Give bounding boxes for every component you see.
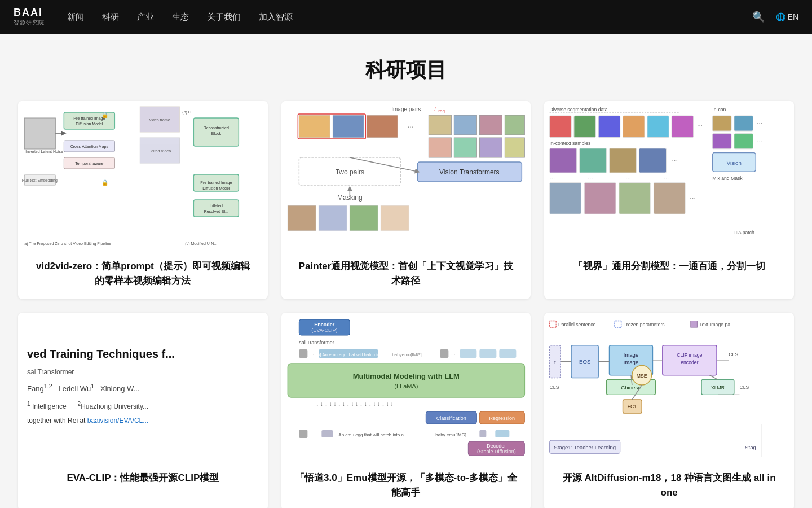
svg-rect-134 (691, 321, 698, 328)
card-image-emu: Encoder (EVA-CLIP) sal Transformer ··· [… (281, 313, 531, 459)
search-icon[interactable]: 🔍 (752, 11, 765, 23)
card-vision-seg[interactable]: Diverse segmentation data ··· In-con... … (544, 101, 794, 299)
svg-text:[IMG] An emu egg that will hat: [IMG] An emu egg that will hatch into a (310, 352, 388, 357)
evaclip-transformer: sal Transformer (27, 368, 259, 376)
svg-text:Reconstructed: Reconstructed (204, 126, 229, 130)
svg-text:CLS: CLS (729, 352, 739, 357)
svg-rect-43 (505, 138, 524, 157)
svg-text:Stag...: Stag... (745, 444, 761, 450)
svg-text:···: ··· (757, 120, 763, 126)
svg-text:···: ··· (310, 432, 314, 437)
svg-rect-62 (550, 116, 571, 137)
language-selector[interactable]: 🌐 EN (776, 12, 798, 21)
svg-text:Classification: Classification (436, 415, 466, 421)
svg-text:↓ ↓ ↓ ↓ ↓ ↓ ↓ ↓ ↓ ↓ ↓ ↓ ↓ ↓ ↓ : ↓ ↓ ↓ ↓ ↓ ↓ ↓ ↓ ↓ ↓ ↓ ↓ ↓ ↓ ↓ ↓ ↓ ↓ (316, 401, 393, 407)
svg-text:Regression: Regression (489, 415, 515, 421)
svg-rect-86 (585, 182, 616, 214)
card-evaclip[interactable]: ved Training Techniques f... sal Transfo… (18, 313, 268, 508)
svg-text:CLIP image: CLIP image (677, 352, 703, 358)
svg-text:Diffusion Model: Diffusion Model (76, 122, 103, 126)
logo-subtext: 智源研究院 (14, 19, 45, 27)
nav-industry[interactable]: 产业 (137, 12, 154, 23)
svg-rect-67 (672, 116, 693, 137)
card-image-altdiff: Parallel sentence Frozen parameters Text… (544, 313, 794, 459)
svg-text:Diverse segmentation data: Diverse segmentation data (550, 107, 608, 112)
svg-rect-74 (639, 148, 667, 173)
card-image-evaclip: ved Training Techniques f... sal Transfo… (18, 313, 268, 459)
svg-text:XLMR: XLMR (711, 385, 725, 391)
svg-rect-107 (460, 349, 476, 358)
svg-text:Vision Transformers: Vision Transformers (439, 168, 499, 176)
svg-rect-100 (299, 349, 307, 358)
svg-rect-118 (299, 430, 307, 438)
svg-text:Mix and Mask: Mix and Mask (713, 176, 743, 181)
card-emu[interactable]: Encoder (EVA-CLIP) sal Transformer ··· [… (281, 313, 531, 508)
svg-text:Image: Image (624, 360, 639, 366)
nav-links: 新闻 科研 产业 生态 关于我们 加入智源 (67, 12, 752, 23)
svg-text:Two pairs: Two pairs (335, 168, 364, 176)
lang-label: EN (788, 12, 798, 21)
svg-text:baby emu[IMG]: baby emu[IMG] (435, 432, 466, 437)
svg-text:sal Transformer: sal Transformer (299, 340, 334, 345)
nav-about[interactable]: 关于我们 (207, 12, 241, 23)
svg-rect-33 (299, 115, 330, 138)
svg-text:CLS: CLS (740, 384, 749, 390)
evaclip-affil1: 1 Intelligence 2Huazhong University... (27, 400, 259, 412)
svg-text:CLS: CLS (550, 384, 559, 390)
svg-text:···: ··· (550, 174, 555, 181)
svg-rect-109 (499, 349, 516, 358)
svg-text:···: ··· (489, 432, 493, 437)
svg-text:🔒: 🔒 (102, 179, 109, 186)
card-image-vision: Diverse segmentation data ··· In-con... … (544, 101, 794, 248)
nav-research[interactable]: 科研 (102, 12, 119, 23)
nav-news[interactable]: 新闻 (67, 12, 84, 23)
svg-rect-34 (333, 115, 364, 138)
svg-text:Image: Image (624, 352, 639, 358)
svg-text:Image pairs: Image pairs (391, 106, 421, 112)
svg-text:a) The Proposed Zero-shot Vide: a) The Proposed Zero-shot Video Editing … (24, 242, 111, 246)
svg-text:Chinese: Chinese (621, 384, 641, 391)
svg-text:t: t (554, 359, 556, 365)
card-title-altdiff: 开源 AltDiffusion-m18，18 种语言文图生成 all in on… (544, 459, 794, 508)
svg-text:Text-Image pa...: Text-Image pa... (700, 322, 735, 327)
svg-text:FC1: FC1 (628, 404, 637, 409)
logo[interactable]: BAAI 智源研究院 (14, 7, 45, 27)
svg-text:Stage1: Teacher Learning: Stage1: Teacher Learning (554, 444, 616, 450)
svg-rect-87 (619, 182, 651, 214)
svg-text:Multimodal Modeling with LLM: Multimodal Modeling with LLM (352, 372, 459, 380)
svg-text:🔒: 🔒 (102, 111, 109, 119)
svg-text:EOS: EOS (579, 358, 590, 365)
card-vid2vid[interactable]: Inverted Latent Noise Pre-trained Image … (18, 101, 268, 299)
globe-icon: 🌐 (776, 12, 785, 21)
svg-text:Diffusion Model: Diffusion Model (202, 186, 230, 190)
nav-ecosystem[interactable]: 生态 (172, 12, 189, 23)
svg-rect-63 (574, 116, 595, 137)
evaclip-body: together with Rei at baaivision/EVA/CL..… (27, 415, 259, 426)
svg-rect-88 (654, 182, 686, 214)
svg-rect-53 (350, 205, 378, 231)
svg-rect-40 (429, 138, 451, 157)
svg-rect-65 (623, 116, 645, 137)
svg-text:···: ··· (664, 174, 669, 181)
svg-rect-42 (479, 138, 502, 157)
svg-text:Decoder: Decoder (487, 443, 506, 449)
card-title-emu: 「悟道3.0」Emu模型开源，「多模态-to-多模态」全能高手 (281, 459, 531, 508)
svg-rect-35 (367, 115, 398, 138)
card-altdiffusion[interactable]: Parallel sentence Frozen parameters Text… (544, 313, 794, 508)
svg-rect-85 (550, 182, 581, 214)
card-painter[interactable]: Image pairs Vision Transformers (281, 101, 531, 299)
svg-text:(Stable Diffusion): (Stable Diffusion) (477, 449, 516, 454)
svg-text:Pre-trained Image: Pre-trained Image (73, 116, 105, 121)
svg-text:Cross-Attention Maps: Cross-Attention Maps (70, 144, 109, 149)
svg-rect-36 (429, 115, 451, 135)
svg-text:···: ··· (407, 122, 414, 131)
svg-rect-73 (610, 148, 637, 173)
svg-rect-76 (713, 116, 732, 131)
svg-rect-41 (454, 138, 476, 157)
logo-text: BAAI (14, 7, 45, 19)
svg-rect-54 (381, 205, 409, 231)
card-image-painter: Image pairs Vision Transformers (281, 101, 531, 248)
svg-text:(c) Modified U-N...: (c) Modified U-N... (185, 242, 217, 246)
evaclip-heading: ved Training Techniques f... (27, 347, 259, 361)
nav-join[interactable]: 加入智源 (259, 12, 293, 23)
